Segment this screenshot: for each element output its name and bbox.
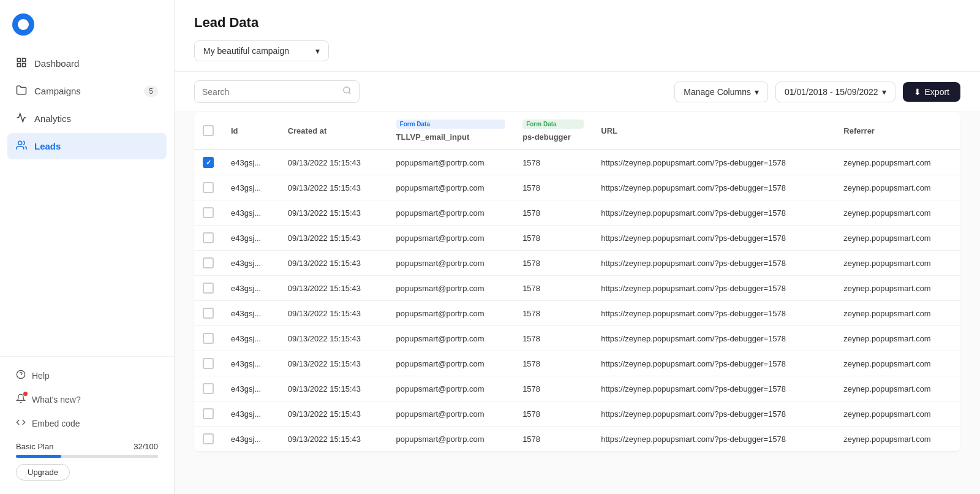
cell-checkbox <box>194 276 222 301</box>
sidebar-bottom: Help What's new? Embed code <box>0 356 174 494</box>
cell-url: https://zeynep.popupsmart.com/?ps-debugg… <box>592 150 835 175</box>
cell-checkbox <box>194 226 222 251</box>
table-row: e43gsj... 09/13/2022 15:15:43 popupsmart… <box>194 276 960 301</box>
cell-id: e43gsj... <box>222 351 279 376</box>
table-body: e43gsj... 09/13/2022 15:15:43 popupsmart… <box>194 150 960 451</box>
th-checkbox <box>194 112 222 150</box>
manage-columns-button[interactable]: Manage Columns ▾ <box>674 82 768 102</box>
dashboard-icon <box>16 57 27 70</box>
campaign-select[interactable]: My beautiful campaign ▾ <box>194 40 329 61</box>
search-input[interactable] <box>202 87 339 97</box>
cell-referrer: zeynep.popupsmart.com <box>835 150 960 175</box>
cell-debugger: 1578 <box>514 276 592 301</box>
cell-id: e43gsj... <box>222 175 279 200</box>
form-data-badge-blue: Form Data <box>396 120 506 129</box>
cell-email: popupsmart@portrp.com <box>388 401 514 427</box>
sidebar-item-analytics[interactable]: Analytics <box>7 105 167 132</box>
campaigns-icon <box>16 85 27 97</box>
row-checkbox[interactable] <box>203 333 214 344</box>
embed-code-label: Embed code <box>32 419 80 428</box>
search-icon <box>342 86 352 97</box>
sidebar-item-embed-code[interactable]: Embed code <box>7 412 167 435</box>
export-label: Export <box>925 87 949 97</box>
cell-created-at: 09/13/2022 15:15:43 <box>279 301 388 326</box>
cell-id: e43gsj... <box>222 326 279 351</box>
upgrade-button[interactable]: Upgrade <box>16 464 70 481</box>
cell-debugger: 1578 <box>514 376 592 401</box>
cell-checkbox <box>194 427 222 452</box>
cell-checkbox <box>194 200 222 226</box>
cell-created-at: 09/13/2022 15:15:43 <box>279 326 388 351</box>
page-title: Lead Data <box>194 15 960 31</box>
select-all-checkbox[interactable] <box>203 125 214 136</box>
th-url: URL <box>592 112 835 150</box>
cell-checkbox <box>194 326 222 351</box>
form-data-badge-green: Form Data <box>522 120 584 129</box>
code-icon <box>16 417 26 429</box>
cell-debugger: 1578 <box>514 326 592 351</box>
help-icon <box>16 370 26 381</box>
cell-id: e43gsj... <box>222 226 279 251</box>
cell-created-at: 09/13/2022 15:15:43 <box>279 427 388 452</box>
search-wrap <box>194 80 360 103</box>
table-row: e43gsj... 09/13/2022 15:15:43 popupsmart… <box>194 251 960 276</box>
cell-email: popupsmart@portrp.com <box>388 251 514 276</box>
row-checkbox[interactable] <box>203 433 214 444</box>
table-row: e43gsj... 09/13/2022 15:15:43 popupsmart… <box>194 401 960 427</box>
sidebar-item-dashboard[interactable]: Dashboard <box>7 50 167 77</box>
cell-checkbox <box>194 301 222 326</box>
row-checkbox[interactable] <box>203 408 214 419</box>
bell-icon <box>16 393 26 405</box>
row-checkbox[interactable] <box>203 358 214 369</box>
analytics-icon <box>16 112 27 125</box>
cell-email: popupsmart@portrp.com <box>388 301 514 326</box>
cell-referrer: zeynep.popupsmart.com <box>835 251 960 276</box>
cell-email: popupsmart@portrp.com <box>388 276 514 301</box>
th-email: Form Data TLLVP_email_input <box>388 112 514 150</box>
cell-id: e43gsj... <box>222 276 279 301</box>
table-row: e43gsj... 09/13/2022 15:15:43 popupsmart… <box>194 226 960 251</box>
sidebar-item-label: Analytics <box>34 113 71 124</box>
row-checkbox[interactable] <box>203 257 214 268</box>
export-button[interactable]: ⬇ Export <box>903 82 960 102</box>
row-checkbox[interactable] <box>203 383 214 394</box>
manage-columns-label: Manage Columns <box>684 87 751 97</box>
toolbar: Manage Columns ▾ 01/01/2018 - 15/09/2022… <box>175 72 980 112</box>
sidebar-item-leads[interactable]: Leads <box>7 133 167 159</box>
cell-id: e43gsj... <box>222 301 279 326</box>
plan-label: Basic Plan <box>16 442 53 451</box>
cell-debugger: 1578 <box>514 150 592 175</box>
date-range-button[interactable]: 01/01/2018 - 15/09/2022 ▾ <box>775 82 895 102</box>
cell-referrer: zeynep.popupsmart.com <box>835 376 960 401</box>
table-row: e43gsj... 09/13/2022 15:15:43 popupsmart… <box>194 326 960 351</box>
cell-url: https://zeynep.popupsmart.com/?ps-debugg… <box>592 226 835 251</box>
th-created-at: Created at <box>279 112 388 150</box>
cell-id: e43gsj... <box>222 401 279 427</box>
cell-checkbox <box>194 150 222 175</box>
cell-url: https://zeynep.popupsmart.com/?ps-debugg… <box>592 401 835 427</box>
row-checkbox[interactable] <box>203 207 214 218</box>
row-checkbox[interactable] <box>203 283 214 294</box>
cell-id: e43gsj... <box>222 200 279 226</box>
svg-rect-1 <box>23 58 26 61</box>
sidebar-item-help[interactable]: Help <box>7 364 167 387</box>
cell-created-at: 09/13/2022 15:15:43 <box>279 276 388 301</box>
chevron-down-icon: ▾ <box>882 87 886 97</box>
sidebar-item-whats-new[interactable]: What's new? <box>7 388 167 411</box>
cell-referrer: zeynep.popupsmart.com <box>835 200 960 226</box>
row-checkbox[interactable] <box>203 157 214 168</box>
date-range-value: 01/01/2018 - 15/09/2022 <box>785 87 878 97</box>
cell-referrer: zeynep.popupsmart.com <box>835 276 960 301</box>
row-checkbox[interactable] <box>203 182 214 193</box>
table-row: e43gsj... 09/13/2022 15:15:43 popupsmart… <box>194 301 960 326</box>
cell-email: popupsmart@portrp.com <box>388 175 514 200</box>
table-row: e43gsj... 09/13/2022 15:15:43 popupsmart… <box>194 200 960 226</box>
cell-url: https://zeynep.popupsmart.com/?ps-debugg… <box>592 376 835 401</box>
th-debugger: Form Data ps-debugger <box>514 112 592 150</box>
cell-referrer: zeynep.popupsmart.com <box>835 351 960 376</box>
svg-point-4 <box>18 141 22 145</box>
sidebar-item-campaigns[interactable]: Campaigns 5 <box>7 78 167 104</box>
cell-email: popupsmart@portrp.com <box>388 376 514 401</box>
row-checkbox[interactable] <box>203 308 214 319</box>
row-checkbox[interactable] <box>203 232 214 243</box>
